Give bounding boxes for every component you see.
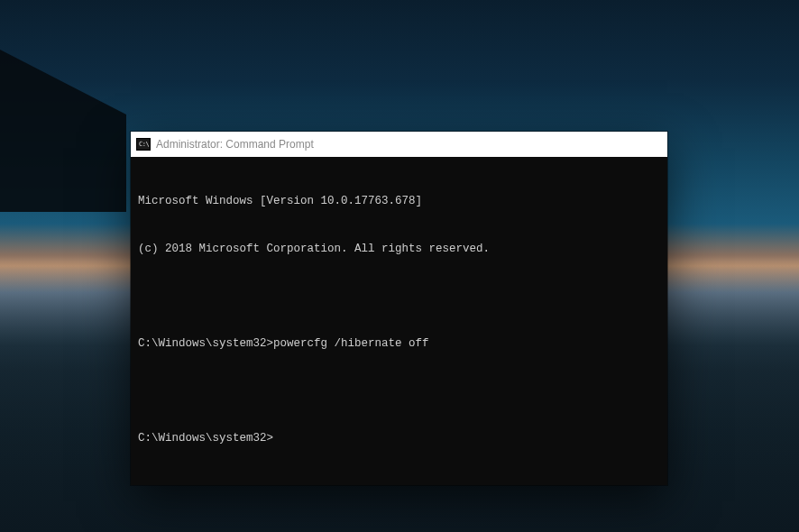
prompt-command-1: powercfg /hibernate off [273, 336, 429, 353]
banner-line-2: (c) 2018 Microsoft Corporation. All righ… [138, 242, 660, 258]
prompt-line-1: C:\Windows\system32>powercfg /hibernate … [138, 336, 660, 353]
prompt-path-1: C:\Windows\system32> [138, 336, 273, 353]
prompt-line-2[interactable]: C:\Windows\system32> [138, 431, 660, 447]
window-titlebar[interactable]: C:\ Administrator: Command Prompt [131, 132, 667, 157]
window-title: Administrator: Command Prompt [156, 138, 314, 151]
command-prompt-window: C:\ Administrator: Command Prompt Micros… [131, 132, 667, 485]
blank-line [138, 383, 660, 399]
blank-line [138, 289, 660, 305]
terminal-body[interactable]: Microsoft Windows [Version 10.0.17763.67… [131, 157, 667, 485]
prompt-path-2: C:\Windows\system32> [138, 431, 273, 447]
command-prompt-icon-glyph: C:\ [139, 142, 149, 148]
background-silhouette [0, 50, 126, 212]
banner-line-1: Microsoft Windows [Version 10.0.17763.67… [138, 194, 660, 210]
command-prompt-icon: C:\ [136, 138, 151, 151]
